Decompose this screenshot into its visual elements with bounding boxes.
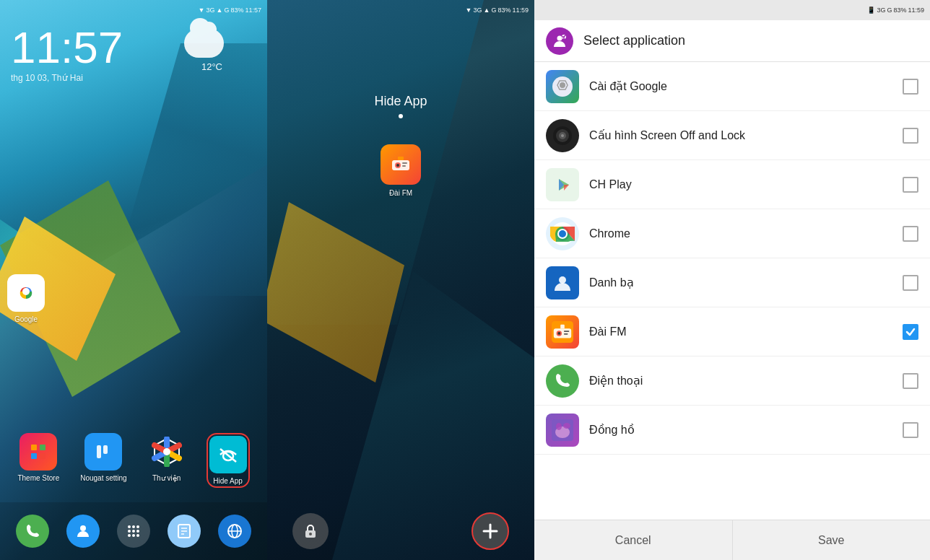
svg-point-59 xyxy=(557,332,560,335)
add-button[interactable] xyxy=(471,512,509,550)
google-settings-checkbox[interactable] xyxy=(903,79,918,95)
p2-g-icon: G xyxy=(491,6,496,14)
google-app-icon[interactable]: Google xyxy=(7,274,45,323)
svg-point-12 xyxy=(128,525,131,528)
p2-wifi-icon: ▲ xyxy=(484,6,490,14)
ch-play-name: CH Play xyxy=(589,178,892,191)
svg-point-35 xyxy=(309,533,312,535)
screen-off-icon xyxy=(546,119,579,152)
theme-store-icon[interactable]: Theme Store xyxy=(17,433,59,488)
screen-off-name: Cấu hình Screen Off and Lock xyxy=(589,128,892,142)
ch-play-checkbox[interactable] xyxy=(903,177,918,193)
danh-ba-name: Danh bạ xyxy=(589,276,892,289)
svg-rect-57 xyxy=(554,328,571,338)
memo-dock-icon[interactable] xyxy=(168,515,201,548)
svg-point-67 xyxy=(563,423,570,429)
p2-3g-icon: 3G xyxy=(474,6,482,14)
list-item-dai-fm[interactable]: Đài FM xyxy=(534,307,930,356)
header-app-icon xyxy=(546,27,573,55)
cancel-button[interactable]: Cancel xyxy=(534,520,733,560)
danh-ba-checkbox[interactable] xyxy=(903,275,918,291)
hide-app-label: Hide App xyxy=(213,477,243,485)
svg-rect-6 xyxy=(97,445,101,458)
p3-g: G xyxy=(887,6,892,14)
dai-fm-floating-icon[interactable]: Đài FM xyxy=(381,144,421,197)
p3-signal: 3G xyxy=(877,6,885,14)
3g-icon: 3G xyxy=(207,6,215,14)
svg-point-55 xyxy=(559,276,566,284)
thu-vien-label: Thư viện xyxy=(152,474,181,482)
panel2-bottom-bar xyxy=(267,502,534,560)
dong-ho-icon xyxy=(546,414,579,447)
svg-point-13 xyxy=(132,525,135,528)
svg-rect-60 xyxy=(564,331,570,332)
svg-rect-31 xyxy=(402,162,407,164)
svg-rect-4 xyxy=(31,453,37,459)
svg-point-20 xyxy=(136,534,139,537)
svg-point-45 xyxy=(561,134,564,137)
dai-fm-name: Đài FM xyxy=(589,325,892,338)
hide-app-icon[interactable]: Hide App xyxy=(207,433,250,488)
google-label: Google xyxy=(14,315,38,323)
danh-ba-icon xyxy=(546,266,579,299)
contacts-dock-icon[interactable] xyxy=(66,515,100,548)
svg-point-17 xyxy=(136,530,139,533)
panel1-status-icons: ▼ 3G ▲ G 83% 11:57 xyxy=(199,6,261,14)
p2-time: 11:59 xyxy=(512,6,529,14)
dong-ho-checkbox[interactable] xyxy=(903,422,918,438)
panel3-status-icons: 📱 3G G 83% 11:59 xyxy=(867,6,924,14)
clock-date: thg 10 03, Thứ Hai xyxy=(11,73,123,83)
panel3-header: Select application xyxy=(534,20,930,62)
panel3-select-application: 📱 3G G 83% 11:59 Select application xyxy=(534,0,930,560)
svg-rect-62 xyxy=(560,324,565,328)
list-item-dien-thoai[interactable]: Điện thoại xyxy=(534,356,930,406)
panel2-hide-app-screen: ▼ 3G ▲ G 83% 11:59 Hide App Đài FM xyxy=(267,0,534,560)
dai-fm-icon xyxy=(546,315,579,349)
phone-dock-icon[interactable] xyxy=(16,515,49,548)
screen-off-checkbox[interactable] xyxy=(903,128,918,144)
svg-point-30 xyxy=(396,164,399,167)
panel3-footer: Cancel Save xyxy=(534,520,930,560)
svg-point-11 xyxy=(80,525,86,531)
svg-point-41 xyxy=(560,82,565,88)
svg-point-18 xyxy=(128,534,131,537)
list-item-chrome[interactable]: Chrome xyxy=(534,209,930,258)
clock-widget: 11:57 thg 10 03, Thứ Hai xyxy=(11,25,123,83)
lock-button[interactable] xyxy=(292,513,329,549)
save-button[interactable]: Save xyxy=(733,520,931,560)
panel3-title: Select application xyxy=(583,33,685,48)
app-list: Cài đặt Google Cấu hình Screen Off and L… xyxy=(534,62,930,520)
panel1-home-screen: ▼ 3G ▲ G 83% 11:57 11:57 thg 10 03, Thứ … xyxy=(0,0,267,560)
svg-rect-32 xyxy=(402,165,406,167)
panel3-status-bar: 📱 3G G 83% 11:59 xyxy=(534,0,930,20)
list-item-ch-play[interactable]: CH Play xyxy=(534,160,930,209)
home-app-icons: Theme Store Nougat setting xyxy=(0,433,267,488)
list-item-dong-ho[interactable]: Đồng hồ xyxy=(534,406,930,455)
temperature-label: 12°C xyxy=(201,61,222,72)
svg-rect-2 xyxy=(31,445,37,450)
svg-rect-7 xyxy=(103,445,108,454)
theme-store-label: Theme Store xyxy=(17,474,59,482)
list-item-danh-ba[interactable]: Danh bạ xyxy=(534,258,930,307)
svg-rect-33 xyxy=(398,157,404,160)
list-item-screen-off[interactable]: Cấu hình Screen Off and Lock xyxy=(534,111,930,160)
svg-point-38 xyxy=(557,35,562,40)
svg-point-16 xyxy=(132,530,135,533)
svg-rect-5 xyxy=(40,453,45,459)
dai-fm-checkbox[interactable] xyxy=(903,324,918,340)
thu-vien-icon[interactable]: Thư viện xyxy=(148,433,186,488)
chrome-icon xyxy=(546,217,579,250)
chrome-checkbox[interactable] xyxy=(903,226,918,242)
p3-battery-graphic: 📱 xyxy=(867,6,875,14)
browser-dock-icon[interactable] xyxy=(218,515,251,548)
apps-dock-icon[interactable] xyxy=(117,515,150,548)
google-settings-icon xyxy=(546,70,579,103)
svg-point-8 xyxy=(163,448,170,455)
svg-rect-3 xyxy=(40,445,45,450)
svg-point-1 xyxy=(22,288,30,295)
dien-thoai-checkbox[interactable] xyxy=(903,373,918,389)
list-item-google-settings[interactable]: Cài đặt Google xyxy=(534,62,930,111)
nougat-setting-icon[interactable]: Nougat setting xyxy=(80,433,127,488)
svg-point-53 xyxy=(559,230,566,237)
chrome-name: Chrome xyxy=(589,227,892,240)
